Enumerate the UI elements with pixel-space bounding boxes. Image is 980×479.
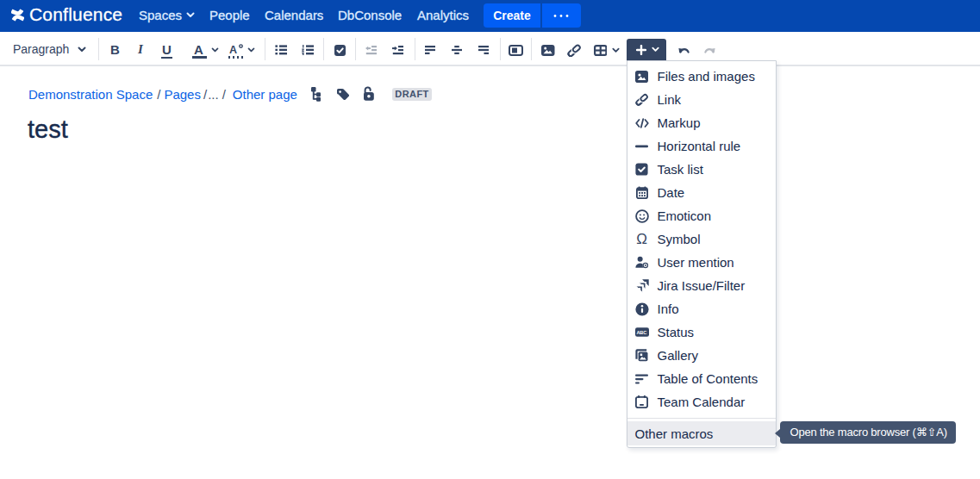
svg-text:ABC: ABC: [636, 330, 646, 335]
